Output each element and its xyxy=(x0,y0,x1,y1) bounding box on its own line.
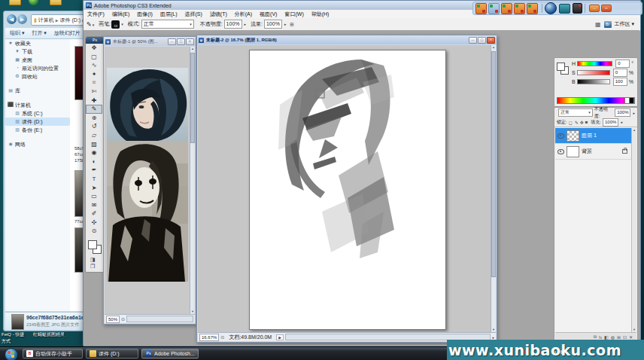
move-tool[interactable]: ✥ xyxy=(86,44,102,53)
link-layers-button[interactable]: ⧉ xyxy=(594,334,597,340)
saturation-value[interactable]: 0 xyxy=(613,69,627,77)
breadcrumb-drive[interactable]: 课件 (D:) xyxy=(60,17,81,23)
doc2-minimize-button[interactable]: — xyxy=(469,37,477,44)
color-foreground-swatch[interactable] xyxy=(557,63,565,71)
doc1-horizontal-scrollbar[interactable] xyxy=(126,316,193,322)
taskbar-button-autosave[interactable]: B 自动保存小助手 xyxy=(23,349,83,358)
airbrush-icon[interactable]: ≋ xyxy=(289,21,294,28)
layer-style-button[interactable]: fx xyxy=(599,335,602,340)
gadget-icon-2[interactable] xyxy=(488,3,500,14)
crop-tool[interactable]: ⌗ xyxy=(86,78,102,87)
nav-item-收藏夹[interactable]: ★收藏夹 xyxy=(5,39,70,47)
layer1-visibility-eye-icon[interactable] xyxy=(557,133,564,139)
gadget-icon-3[interactable] xyxy=(501,3,512,14)
spectrum-white-swatch[interactable] xyxy=(624,97,630,104)
gradient-tool[interactable]: ▨ xyxy=(86,140,102,149)
screen-mode-button[interactable]: ❐ xyxy=(90,264,95,270)
layers-opacity-input[interactable]: 100% xyxy=(615,108,630,117)
open-button[interactable]: 打开 ▾ xyxy=(32,30,46,35)
palette-well-icon[interactable]: ▦ xyxy=(595,21,601,28)
doc1-canvas-area[interactable] xyxy=(105,47,190,314)
dodge-tool[interactable]: ◐ xyxy=(86,157,102,166)
notes-tool[interactable]: ✉ xyxy=(86,201,102,210)
forward-button[interactable]: ▶ xyxy=(17,14,27,24)
healing-brush-tool[interactable]: ✚ xyxy=(86,96,102,105)
pen-tool[interactable]: ✒ xyxy=(86,166,102,175)
bridge-icon[interactable]: Br xyxy=(604,21,612,28)
menu-图像I[interactable]: 图像(I) xyxy=(133,10,156,18)
menu-图层L[interactable]: 图层(L) xyxy=(156,10,181,18)
quick-selection-tool[interactable]: ✦ xyxy=(86,70,102,79)
lock-all-icon[interactable]: ■ xyxy=(585,120,588,124)
doc1-titlebar[interactable]: ▦ 未标题-1 @ 50% (图... — ▢ ✕ xyxy=(104,37,196,46)
brush-tool[interactable]: ✎ xyxy=(86,105,102,114)
start-button[interactable] xyxy=(5,348,18,360)
nav-item-课件 (D:)[interactable]: ▥课件 (D:) xyxy=(5,117,70,126)
slice-tool[interactable]: ✄ xyxy=(86,87,102,96)
flow-input[interactable]: 100% xyxy=(264,20,282,29)
desktop-icon-label-feiq[interactable]: FeiQ - 快捷 方式 xyxy=(2,331,24,345)
quick-mask-button[interactable]: ◨ xyxy=(90,257,96,263)
painting-canvas[interactable] xyxy=(249,50,446,330)
nav-item-回收站[interactable]: ♻回收站 xyxy=(5,72,70,81)
menu-分析A[interactable]: 分析(A) xyxy=(231,10,256,18)
recorder-icon[interactable] xyxy=(573,3,582,14)
back-button[interactable]: ◀ xyxy=(7,14,17,24)
doc2-vertical-scrollbar[interactable]: ▲ ▼ xyxy=(491,45,496,332)
menu-文件F[interactable]: 文件(F) xyxy=(84,10,108,18)
brightness-value[interactable]: 100 xyxy=(613,78,627,86)
nav-item-系统 (C:)[interactable]: ▥系统 (C:) xyxy=(5,109,70,117)
brush-tool-preset-icon[interactable]: ✎▾ xyxy=(87,21,94,28)
menu-编辑E[interactable]: 编辑(E) xyxy=(108,10,133,18)
menu-帮助H[interactable]: 帮助(H) xyxy=(308,10,333,18)
gadget-icon-1[interactable] xyxy=(475,3,487,14)
delete-layer-button[interactable]: ✕ xyxy=(629,334,633,340)
hue-slider[interactable] xyxy=(577,61,612,66)
doc1-vertical-scrollbar[interactable]: ▲ ▼ xyxy=(190,47,195,314)
nav-item-桌面[interactable]: ▦桌面 xyxy=(5,56,70,64)
type-tool[interactable]: T xyxy=(86,175,102,184)
layer1-thumbnail[interactable] xyxy=(567,130,579,142)
saturation-slider[interactable] xyxy=(577,70,610,75)
nav-item-最近访问的位置[interactable]: ◔最近访问的位置 xyxy=(5,64,70,72)
recorder-close-button[interactable]: ▭ xyxy=(601,5,612,12)
nav-item-下载[interactable]: ▼下载 xyxy=(5,47,70,56)
doc2-restore-button[interactable]: ▢ xyxy=(478,37,486,44)
doc2-status-menu-arrow[interactable]: ▶ xyxy=(276,334,284,340)
desktop-icon-label-hongqingting[interactable]: 红蜻蜓抓图精灵 xyxy=(33,331,80,338)
breadcrumb-computer[interactable]: 计算机 xyxy=(38,17,54,23)
taskbar-button-explorer[interactable]: 课件 (D:) xyxy=(86,349,138,358)
slideshow-button[interactable]: 放映幻灯片 xyxy=(54,30,80,35)
flow-arrow[interactable]: ▸ xyxy=(284,22,287,26)
menu-视图V[interactable]: 视图(V) xyxy=(256,10,281,18)
lasso-tool[interactable]: ∿ xyxy=(86,61,102,70)
nav-item-库[interactable]: ▤库 xyxy=(5,87,70,95)
layer1-name[interactable]: 图层 1 xyxy=(582,132,597,139)
organize-button[interactable]: 组织 ▾ xyxy=(10,30,24,35)
eyedropper-tool[interactable]: ✐ xyxy=(86,209,102,218)
menu-滤镜T[interactable]: 滤镜(T) xyxy=(206,10,231,18)
doc2-close-button[interactable]: ✕ xyxy=(487,37,495,44)
layer-group-button[interactable]: ⊞ xyxy=(617,334,621,340)
layers-scrollbar[interactable]: ▲ ▼ xyxy=(631,128,636,332)
fill-input[interactable]: 100% xyxy=(603,118,618,127)
shape-tool[interactable]: ▭ xyxy=(86,192,102,201)
path-selection-tool[interactable]: ➤ xyxy=(86,184,102,193)
nav-item-网络[interactable]: ◉网络 xyxy=(5,140,70,148)
hue-value[interactable]: 0 xyxy=(615,59,630,68)
desktop-folder-icon-2[interactable] xyxy=(50,0,62,5)
opacity-arrow[interactable]: ▸ xyxy=(245,22,247,26)
recorder-minimize-button[interactable]: — xyxy=(589,5,600,12)
desktop-app-orb-icon[interactable] xyxy=(29,0,38,5)
history-brush-tool[interactable]: ↺ xyxy=(86,122,102,131)
blend-mode-select[interactable]: 正常 ▾ xyxy=(141,20,194,29)
opacity-input[interactable]: 100% xyxy=(224,20,242,29)
brightness-slider[interactable] xyxy=(577,79,610,84)
nav-item-计算机[interactable]: ⬛计算机 xyxy=(5,101,70,109)
layer-row-layer1[interactable]: 图层 1 xyxy=(555,128,632,144)
doc2-canvas-area[interactable] xyxy=(198,45,491,332)
lock-position-icon[interactable]: ✥ xyxy=(580,120,584,125)
spectrum-black-swatch[interactable] xyxy=(629,97,634,104)
workspace-menu[interactable]: 工作区 ▾ xyxy=(615,20,634,28)
hand-tool[interactable]: ✣ xyxy=(86,218,102,227)
